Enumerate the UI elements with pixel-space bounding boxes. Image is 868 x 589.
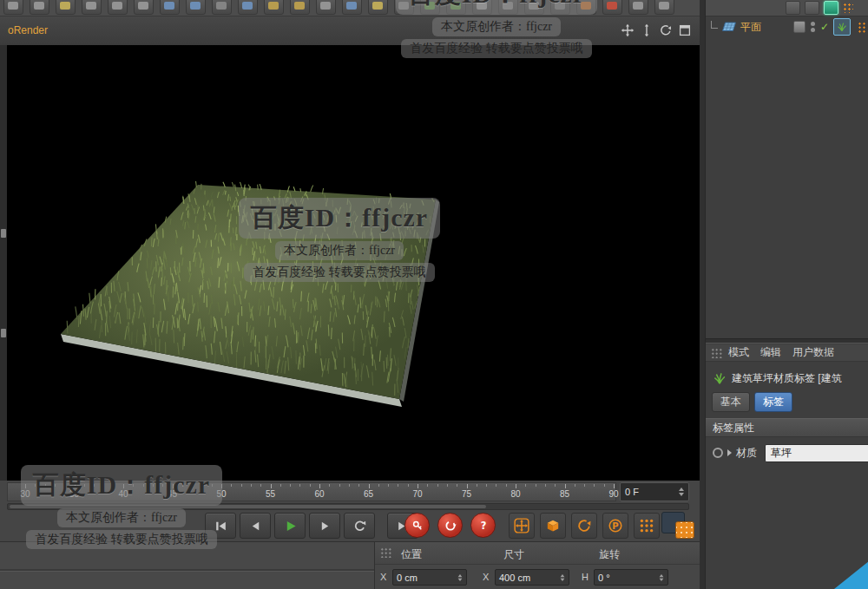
am-menu-编辑[interactable]: 编辑 (760, 345, 781, 360)
left-tool-icon[interactable] (1, 329, 6, 337)
record-keyframe-button[interactable] (404, 513, 430, 538)
enabled-check-icon[interactable]: ✓ (820, 21, 829, 33)
material-value: 草坪 (771, 446, 792, 461)
om-active-tool-icon[interactable] (824, 1, 838, 15)
redo-icon[interactable] (30, 0, 49, 15)
om-view-icon[interactable] (805, 1, 819, 15)
range-handle[interactable] (10, 505, 486, 508)
material-icon[interactable] (394, 0, 414, 15)
timeline-tick-label: 75 (462, 489, 471, 499)
previous-frame-button[interactable] (240, 513, 271, 539)
snap-icon[interactable] (472, 0, 492, 15)
viewport-layout-icon[interactable] (628, 0, 648, 15)
light-icon-blob (372, 2, 383, 10)
keyframe-dot-icon[interactable] (713, 448, 723, 458)
rotate-view-icon[interactable] (658, 23, 674, 38)
corner-accent (834, 561, 868, 589)
jump-start-button[interactable] (205, 513, 236, 539)
om-menu-dots-icon[interactable] (843, 3, 853, 13)
coordinate-system-icon-blob (164, 2, 174, 10)
tab-标签[interactable]: 标签 (754, 392, 792, 412)
keyframe-question-icon: ? (477, 519, 490, 533)
autokeying-button[interactable] (437, 513, 463, 538)
keyframe-point-level-button[interactable] (634, 513, 660, 539)
coord-stepper-0[interactable] (458, 574, 463, 581)
light-icon[interactable] (368, 0, 388, 15)
panel-layout-button[interactable] (661, 512, 694, 539)
undo-icon[interactable] (3, 0, 23, 15)
om-filter-icon[interactable] (786, 1, 800, 15)
pan-view-icon[interactable] (620, 23, 635, 38)
help-icon[interactable] (654, 0, 674, 15)
coordinate-system-icon[interactable] (160, 0, 180, 15)
grass-material-tag[interactable] (833, 18, 851, 36)
am-menu-模式[interactable]: 模式 (728, 345, 749, 360)
keyframe-position-button[interactable] (509, 513, 535, 539)
deformer-icon[interactable] (316, 0, 336, 15)
zoom-view-icon[interactable] (639, 23, 654, 38)
keyframe-rotation-button[interactable] (571, 513, 597, 539)
visibility-dots-icon[interactable] (811, 22, 815, 32)
coord-field-0[interactable]: 0 cm (392, 569, 467, 586)
timeline-tick (604, 484, 605, 487)
generator-icon[interactable] (290, 0, 310, 15)
coord-field-2[interactable]: 0 ° (594, 569, 668, 586)
render-view-icon[interactable] (186, 0, 206, 15)
frame-stepper[interactable] (679, 488, 684, 496)
spline-icon[interactable] (264, 0, 284, 15)
expand-arrow-icon[interactable] (727, 449, 732, 456)
render-ball-icon[interactable] (576, 0, 596, 15)
timeline-ruler[interactable]: 30354045505560657075808590 (7, 482, 616, 501)
workplane-icon-blob (503, 2, 513, 10)
am-menu: 模式编辑用户数据 (706, 344, 868, 362)
timeline-tick (114, 484, 115, 487)
keyframe-question-button[interactable]: ? (470, 513, 496, 538)
timeline-tick (143, 484, 144, 487)
rotate-icon[interactable] (134, 0, 154, 15)
object-row-plane[interactable]: 平面 ✓ (706, 17, 868, 36)
am-menu-用户数据[interactable]: 用户数据 (792, 345, 834, 360)
grass-tag-icon (836, 21, 848, 33)
left-toolbar-strip (0, 45, 7, 481)
panel-grip-icon[interactable] (380, 547, 392, 558)
timeline-tick (182, 484, 183, 487)
tab-基本[interactable]: 基本 (712, 392, 750, 412)
timeline-tick (55, 484, 56, 487)
environment-icon[interactable] (420, 0, 440, 15)
timeline-range-bar[interactable] (7, 503, 689, 510)
cube-primitive-icon[interactable] (238, 0, 258, 15)
keyframe-parameter-button[interactable]: P (602, 513, 628, 539)
material-link-field[interactable]: 草坪 (765, 444, 868, 462)
sky-icon[interactable] (446, 0, 466, 15)
loop-button[interactable] (344, 513, 375, 539)
panel-splitter[interactable] (706, 338, 868, 344)
selection-filter-icon[interactable] (550, 0, 570, 15)
timeline-tick (545, 484, 546, 487)
timeline-tick (467, 484, 468, 488)
stop-icon[interactable] (602, 0, 622, 15)
keyframe-scale-button[interactable] (540, 513, 566, 539)
viewport-3d[interactable]: 百度ID：ffjczr 本文原创作者：ffjczr 首发百度经验 转载要点赞投票… (7, 45, 700, 481)
play-button[interactable] (274, 513, 306, 539)
workplane-icon[interactable] (498, 0, 518, 15)
render-settings-icon[interactable] (212, 0, 232, 15)
maximize-view-icon[interactable] (677, 23, 693, 38)
coord-stepper-1[interactable] (561, 574, 565, 581)
next-frame-button[interactable] (309, 513, 340, 539)
coord-value-2: 0 ° (598, 573, 610, 583)
scale-icon[interactable] (108, 0, 128, 15)
om-menu-dots-icon[interactable] (858, 22, 866, 33)
coord-stepper-2[interactable] (660, 574, 664, 581)
layer-icon[interactable] (793, 21, 806, 33)
timeline-tick-label: 65 (364, 489, 373, 499)
axis-icon[interactable] (524, 0, 544, 15)
left-tool-icon[interactable] (1, 229, 6, 238)
move-icon[interactable] (82, 0, 102, 15)
current-frame-field[interactable]: 0 F (620, 482, 689, 501)
autokeying-icon (444, 519, 457, 533)
live-selection-icon[interactable] (56, 0, 76, 15)
coordinate-fields: X0 cmX400 cmH0 ° (375, 565, 701, 589)
am-grip-icon[interactable] (711, 348, 723, 358)
camera-icon[interactable] (342, 0, 362, 15)
coord-field-1[interactable]: 400 cm (495, 569, 569, 586)
